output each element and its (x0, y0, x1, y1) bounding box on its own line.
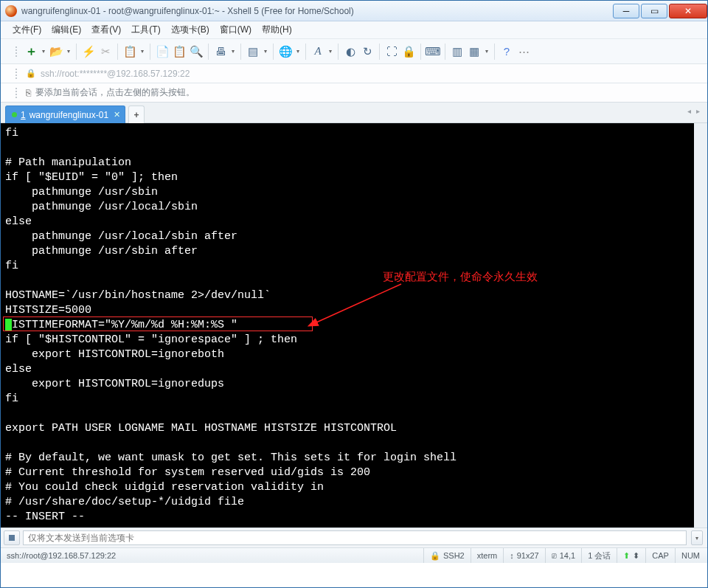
tab-session-1[interactable]: 1 wangruifenglinux-01 ✕ (5, 106, 125, 123)
menu-tabs[interactable]: 选项卡(B) (171, 24, 209, 36)
refresh-button[interactable]: ↻ (360, 44, 375, 60)
help-button[interactable]: ? (499, 44, 514, 60)
menu-tools[interactable]: 工具(T) (131, 24, 160, 36)
tab-status-dot (12, 112, 17, 117)
menu-help[interactable]: 帮助(H) (262, 24, 292, 36)
terminal-scrollbar[interactable] (694, 123, 707, 528)
more-button[interactable]: ⋯ (516, 44, 531, 60)
screen-dropdown[interactable]: ▾ (263, 44, 268, 60)
font-dropdown[interactable]: ▾ (327, 44, 333, 60)
status-pos: ⎚14,1 (545, 548, 581, 563)
lock-icon-small: 🔒 (430, 551, 440, 561)
lock-icon: 🔒 (26, 69, 36, 78)
new-tab-button[interactable]: + (128, 106, 145, 123)
status-net: ⬆⬍ (617, 548, 645, 563)
menu-bar: 文件(F) 编辑(E) 查看(V) 工具(T) 选项卡(B) 窗口(W) 帮助(… (1, 21, 707, 39)
color-button[interactable]: ◐ (343, 44, 358, 60)
print-dropdown[interactable]: ▾ (230, 44, 236, 60)
addr-gripper[interactable] (13, 64, 20, 83)
keyboard-button[interactable]: ⌨ (426, 44, 440, 60)
font-button[interactable]: A (310, 44, 325, 60)
input-dropdown[interactable]: ▾ (691, 530, 703, 545)
toolbar-gripper[interactable] (13, 39, 20, 63)
tab-label: wangruifenglinux-01 (30, 110, 108, 120)
status-path: ssh://root@192.168.57.129:22 (7, 551, 423, 560)
open-folder-button[interactable]: 📂 (49, 44, 63, 60)
tab-number: 1 (21, 110, 26, 120)
app-icon (5, 5, 17, 17)
arrow-add-icon[interactable]: ⎘ (26, 88, 31, 98)
print-button[interactable]: 🖶 (213, 44, 228, 60)
close-button[interactable]: ✕ (669, 4, 707, 18)
menu-file[interactable]: 文件(F) (13, 24, 41, 36)
tile-h-button[interactable]: ▥ (450, 44, 465, 60)
properties-button[interactable]: 📋 (122, 44, 137, 60)
status-caps: CAP (645, 548, 675, 563)
status-bar: ssh://root@192.168.57.129:22 🔒SSH2 xterm… (1, 548, 707, 563)
cursor (5, 319, 12, 331)
msg-gripper[interactable] (13, 83, 20, 102)
title-bar: wangruifenglinux-01 - root@wangruifengli… (1, 1, 707, 21)
menu-window[interactable]: 窗口(W) (220, 24, 251, 36)
send-mode-button[interactable] (4, 530, 20, 545)
annotation-text: 更改配置文件，使命令永久生效 (383, 269, 538, 284)
tile-dropdown[interactable]: ▾ (484, 44, 490, 60)
message-bar: ⎘ 要添加当前会话，点击左侧的箭头按钮。 (1, 83, 707, 103)
tab-close-button[interactable]: ✕ (114, 110, 120, 120)
globe-button[interactable]: 🌐 (278, 44, 293, 60)
paste-button[interactable]: 📋 (172, 44, 187, 60)
screen-button[interactable]: ▤ (246, 44, 260, 60)
terminal[interactable]: fi # Path manipulation if [ "$EUID" = "0… (1, 123, 707, 528)
tile-v-button[interactable]: ▦ (467, 44, 482, 60)
fullscreen-button[interactable]: ⛶ (384, 44, 399, 60)
status-size: ↕91x27 (503, 548, 544, 563)
reconnect-button[interactable]: ⚡ (81, 44, 96, 60)
status-term: xterm (471, 548, 504, 563)
open-folder-dropdown[interactable]: ▾ (66, 44, 72, 60)
new-session-button[interactable]: ＋ (24, 44, 38, 60)
disconnect-button[interactable]: ✂ (98, 44, 113, 60)
properties-dropdown[interactable]: ▾ (139, 44, 145, 60)
window-title: wangruifenglinux-01 - root@wangruifengli… (21, 6, 611, 16)
status-ssh: 🔒SSH2 (423, 548, 471, 563)
minimize-button[interactable]: ─ (613, 4, 639, 18)
address-text[interactable]: ssh://root:********@192.168.57.129:22 (41, 69, 190, 79)
annotation-arrow (309, 278, 412, 330)
tab-nav-arrows[interactable]: ◂ ▸ (687, 107, 701, 115)
status-num: NUM (675, 548, 701, 563)
menu-edit[interactable]: 编辑(E) (52, 24, 81, 36)
scrollbar-thumb[interactable] (695, 345, 707, 507)
address-bar: 🔒 ssh://root:********@192.168.57.129:22 (1, 64, 707, 83)
svg-rect-2 (9, 535, 15, 541)
find-button[interactable]: 🔍 (189, 44, 204, 60)
status-session: 1 会话 (581, 548, 617, 563)
new-session-dropdown[interactable]: ▾ (41, 44, 46, 60)
copy-button[interactable]: 📄 (155, 44, 170, 60)
svg-line-1 (316, 284, 401, 322)
menu-view[interactable]: 查看(V) (91, 24, 121, 36)
command-input[interactable] (23, 530, 687, 545)
lock-button[interactable]: 🔒 (401, 44, 416, 60)
input-bar: ▾ (1, 528, 707, 548)
tab-bar: 1 wangruifenglinux-01 ✕ + ◂ ▸ (1, 103, 707, 123)
globe-dropdown[interactable]: ▾ (295, 44, 301, 60)
maximize-button[interactable]: ▭ (641, 4, 667, 18)
toolbar: ＋▾ 📂▾ ⚡ ✂ 📋▾ 📄 📋 🔍 🖶▾ ▤▾ 🌐▾ A▾ ◐ ↻ ⛶ 🔒 ⌨… (1, 39, 707, 64)
message-text: 要添加当前会话，点击左侧的箭头按钮。 (35, 86, 195, 99)
